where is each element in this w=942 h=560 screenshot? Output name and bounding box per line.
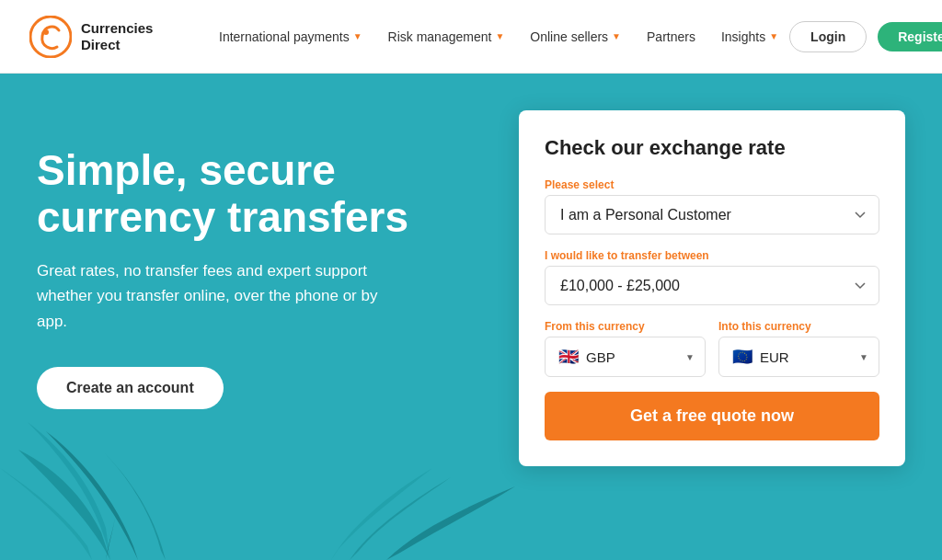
svg-point-0 [30, 17, 71, 57]
hero-section: Simple, secure currency transfers Great … [0, 74, 942, 560]
nav-international-payments[interactable]: International payments ▼ [208, 22, 373, 51]
chevron-down-icon: ▼ [685, 352, 695, 362]
customer-type-label: Please select [545, 178, 879, 191]
into-currency-group: Into this currency 🇪🇺 EUR ▼ [718, 320, 879, 377]
transfer-amount-field: I would like to transfer between £10,000… [545, 249, 879, 305]
main-nav: International payments ▼ Risk management… [208, 22, 789, 51]
from-currency-wrapper[interactable]: 🇬🇧 GBP ▼ [545, 337, 706, 377]
chevron-down-icon: ▼ [353, 31, 362, 41]
nav-risk-management[interactable]: Risk management ▼ [377, 22, 516, 51]
nav-partners[interactable]: Partners [636, 22, 706, 51]
nav-insights[interactable]: Insights ▼ [710, 22, 789, 51]
from-currency-group: From this currency 🇬🇧 GBP ▼ [545, 320, 706, 377]
customer-type-field: Please select I am a Personal Customer I… [545, 178, 879, 234]
from-currency-select[interactable]: 🇬🇧 GBP ▼ [545, 337, 706, 377]
from-currency-label: From this currency [545, 320, 706, 333]
chevron-down-icon: ▼ [612, 31, 621, 41]
nav-actions: Login Register [789, 21, 942, 52]
transfer-amount-select[interactable]: £10,000 - £25,000 Under £5,000 £5,000 - … [545, 266, 879, 305]
eur-flag: 🇪🇺 [732, 347, 752, 367]
hero-subtitle: Great rates, no transfer fees and expert… [37, 258, 405, 334]
create-account-button[interactable]: Create an account [37, 367, 224, 409]
from-currency-code: GBP [586, 349, 615, 365]
into-currency-label: Into this currency [718, 320, 879, 333]
into-currency-code: EUR [760, 349, 789, 365]
header: Currencies Direct International payments… [0, 0, 942, 74]
logo-text: Currencies Direct [81, 20, 153, 53]
into-currency-select[interactable]: 🇪🇺 EUR ▼ [718, 337, 879, 377]
customer-type-select[interactable]: I am a Personal Customer I am a Business… [545, 195, 879, 234]
logo[interactable]: Currencies Direct [29, 16, 186, 58]
gbp-flag: 🇬🇧 [558, 347, 579, 367]
chevron-down-icon: ▼ [859, 352, 868, 362]
chevron-down-icon: ▼ [769, 31, 778, 41]
exchange-rate-card: Check our exchange rate Please select I … [519, 110, 905, 466]
card-title: Check our exchange rate [545, 136, 879, 160]
hero-content: Simple, secure currency transfers Great … [37, 147, 478, 409]
chevron-down-icon: ▼ [495, 31, 504, 41]
login-button[interactable]: Login [789, 21, 867, 52]
currency-row: From this currency 🇬🇧 GBP ▼ Into this cu… [545, 320, 879, 377]
into-currency-wrapper[interactable]: 🇪🇺 EUR ▼ [718, 337, 879, 377]
nav-online-sellers[interactable]: Online sellers ▼ [519, 22, 632, 51]
transfer-amount-label: I would like to transfer between [545, 249, 879, 262]
register-button[interactable]: Register [878, 22, 942, 51]
hero-title: Simple, secure currency transfers [37, 147, 478, 240]
get-quote-button[interactable]: Get a free quote now [545, 392, 879, 440]
logo-icon [29, 16, 72, 58]
svg-point-1 [43, 29, 49, 35]
